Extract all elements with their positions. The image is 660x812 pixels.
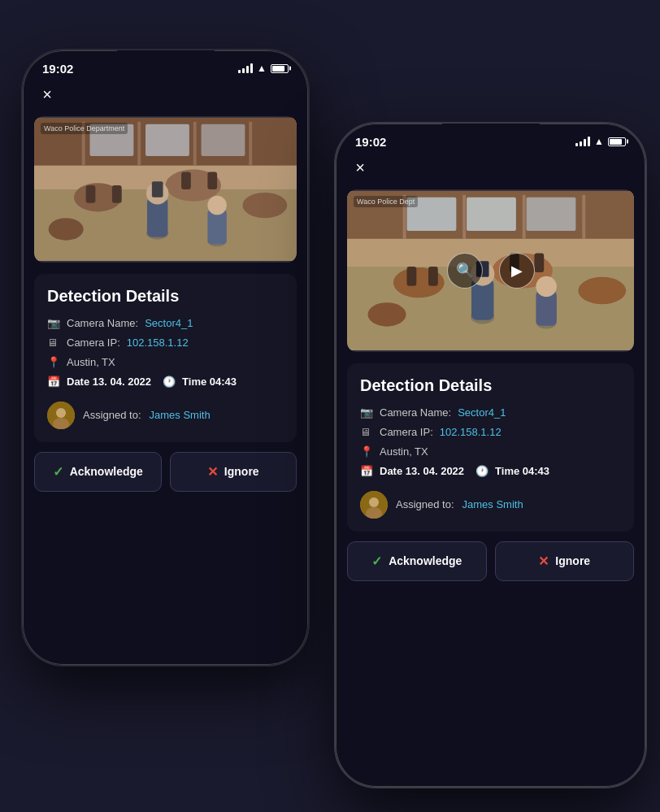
monitor-icon-back: 🖥 <box>47 337 60 349</box>
camera-ip-row-back: 🖥 Camera IP: 102.158.1.12 <box>47 337 284 349</box>
ignore-button-front[interactable]: ✕ Ignore <box>495 541 635 581</box>
assigned-row-front: Assigned to: James Smith <box>360 484 621 519</box>
wifi-icon-back: ▲ <box>257 63 267 74</box>
cctv-scene-front: Waco Police Dept 🔍 ▶ <box>347 189 634 352</box>
ignore-label-front: Ignore <box>555 554 590 567</box>
ignore-button-back[interactable]: ✕ Ignore <box>170 452 297 492</box>
camera-name-row-front: 📷 Camera Name: Sector4_1 <box>360 406 621 419</box>
camera-ip-label-front: Camera IP: <box>380 426 433 438</box>
check-icon-front: ✓ <box>371 554 382 569</box>
detection-card-back: Detection Details 📷 Camera Name: Sector4… <box>34 274 297 442</box>
camera-ip-value-front: 102.158.1.12 <box>440 426 502 438</box>
camera-icon-front: 📷 <box>360 406 373 419</box>
phone-back: 19:02 ▲ × <box>21 49 310 667</box>
calendar-icon-front: 📅 <box>360 465 373 477</box>
location-row-front: 📍 Austin, TX <box>360 445 621 458</box>
action-buttons-front: ✓ Acknowledge ✕ Ignore <box>347 541 634 581</box>
datetime-row-front: 📅 Date 13. 04. 2022 🕐 Time 04:43 <box>360 465 621 477</box>
status-icons-front: ▲ <box>575 136 626 147</box>
phone-front: 19:02 ▲ × <box>334 122 647 788</box>
assigned-name-front: James Smith <box>462 498 523 510</box>
detection-card-front: Detection Details 📷 Camera Name: Sector4… <box>347 363 634 532</box>
search-overlay-icon: 🔍 <box>456 262 474 280</box>
location-value-back: Austin, TX <box>67 356 115 368</box>
time-value-front: Time 04:43 <box>495 465 549 477</box>
camera-name-label-front: Camera Name: <box>380 406 451 419</box>
camera-name-row-back: 📷 Camera Name: Sector4_1 <box>47 317 284 329</box>
acknowledge-button-front[interactable]: ✓ Acknowledge <box>347 541 487 581</box>
wifi-icon-front: ▲ <box>594 136 604 147</box>
time-back: 19:02 <box>42 62 73 76</box>
camera-feed-back: Waco Police Department <box>34 116 297 263</box>
ignore-label-back: Ignore <box>224 465 259 478</box>
datetime-row-back: 📅 Date 13. 04. 2022 🕐 Time 04:43 <box>47 376 284 388</box>
svg-point-27 <box>56 408 66 418</box>
acknowledge-label-back: Acknowledge <box>70 465 143 478</box>
avatar-front <box>360 491 388 519</box>
avatar-back <box>47 402 75 429</box>
date-value-front: Date 13. 04. 2022 <box>380 465 464 477</box>
clock-icon-back: 🕐 <box>163 376 176 388</box>
camera-ip-row-front: 🖥 Camera IP: 102.158.1.12 <box>360 426 621 438</box>
play-overlay-button[interactable]: ▶ <box>499 253 535 289</box>
notch-front <box>442 124 540 146</box>
location-row-back: 📍 Austin, TX <box>47 356 284 368</box>
camera-name-value-back: Sector4_1 <box>145 317 193 329</box>
action-buttons-back: ✓ Acknowledge ✕ Ignore <box>34 452 297 492</box>
assigned-label-front: Assigned to: <box>396 498 454 510</box>
cctv-label-front: Waco Police Dept <box>354 196 418 207</box>
x-icon-front: ✕ <box>538 554 549 569</box>
screen-content-back: × <box>23 82 308 503</box>
phones-container: 19:02 ▲ × <box>13 24 647 788</box>
assigned-label-back: Assigned to: <box>83 409 141 421</box>
assigned-name-back: James Smith <box>150 409 211 421</box>
signal-icon-front <box>575 137 590 146</box>
camera-name-label-back: Camera Name: <box>67 317 138 329</box>
clock-icon-front: 🕐 <box>475 465 488 477</box>
camera-ip-value-back: 102.158.1.12 <box>127 337 189 349</box>
search-overlay-button[interactable]: 🔍 <box>447 253 483 289</box>
acknowledge-label-front: Acknowledge <box>389 554 462 567</box>
location-value-front: Austin, TX <box>380 445 428 458</box>
calendar-icon-back: 📅 <box>47 376 60 388</box>
close-button-back[interactable]: × <box>34 82 60 108</box>
camera-icon-back: 📷 <box>47 317 60 329</box>
monitor-icon-front: 🖥 <box>360 426 373 438</box>
cctv-scene-back: Waco Police Department <box>34 116 297 263</box>
svg-rect-25 <box>34 117 297 260</box>
time-value-back: Time 04:43 <box>182 376 237 388</box>
cctv-label-back: Waco Police Department <box>41 123 128 134</box>
play-overlay-icon: ▶ <box>511 262 523 280</box>
acknowledge-button-back[interactable]: ✓ Acknowledge <box>34 452 162 492</box>
camera-name-value-front: Sector4_1 <box>458 406 506 419</box>
battery-icon-back <box>271 64 289 73</box>
date-value-back: Date 13. 04. 2022 <box>67 376 151 388</box>
camera-ip-label-back: Camera IP: <box>67 337 120 349</box>
location-icon-front: 📍 <box>360 445 373 458</box>
close-button-front[interactable]: × <box>347 155 373 181</box>
svg-point-56 <box>369 497 379 507</box>
notch-back <box>117 50 215 73</box>
assigned-row-back: Assigned to: James Smith <box>47 395 284 429</box>
battery-icon-front <box>608 137 626 146</box>
detection-title-back: Detection Details <box>47 287 284 306</box>
time-front: 19:02 <box>355 135 386 149</box>
screen-content-front: × <box>336 155 645 593</box>
signal-icon-back <box>238 63 253 73</box>
status-icons-back: ▲ <box>238 63 289 74</box>
check-icon-back: ✓ <box>53 464 63 480</box>
x-icon-back: ✕ <box>207 464 218 480</box>
location-icon-back: 📍 <box>47 356 60 368</box>
detection-title-front: Detection Details <box>360 376 621 395</box>
camera-overlay-front: 🔍 ▶ <box>447 253 535 289</box>
camera-feed-front: Waco Police Dept 🔍 ▶ <box>347 189 634 352</box>
